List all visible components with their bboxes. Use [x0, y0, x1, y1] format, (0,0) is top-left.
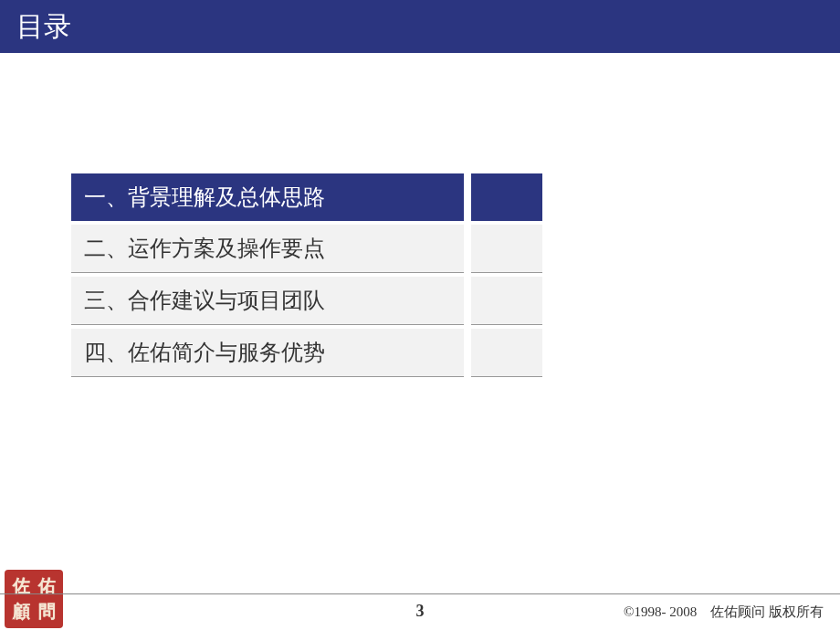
slide-title: 目录	[16, 8, 71, 46]
toc-item-3: 三、合作建议与项目团队	[71, 277, 583, 325]
toc-item-indicator	[471, 173, 542, 221]
toc-item-label: 三、合作建议与项目团队	[71, 277, 464, 325]
toc-item-label: 一、背景理解及总体思路	[71, 173, 464, 221]
toc-item-label: 四、佐佑简介与服务优势	[71, 329, 464, 377]
toc-item-indicator	[471, 225, 542, 273]
table-of-contents: 一、背景理解及总体思路 二、运作方案及操作要点 三、合作建议与项目团队 四、佐佑…	[71, 173, 583, 381]
toc-item-1: 一、背景理解及总体思路	[71, 173, 583, 221]
toc-item-4: 四、佐佑简介与服务优势	[71, 329, 583, 377]
toc-item-2: 二、运作方案及操作要点	[71, 225, 583, 273]
page-number: 3	[416, 602, 425, 621]
slide-header: 目录	[0, 0, 840, 53]
toc-item-label: 二、运作方案及操作要点	[71, 225, 464, 273]
toc-item-indicator	[471, 277, 542, 325]
toc-item-indicator	[471, 329, 542, 377]
slide-footer: 3 ©1998- 2008 佐佑顾问 版权所有	[0, 593, 840, 630]
copyright-text: ©1998- 2008 佐佑顾问 版权所有	[624, 604, 824, 621]
